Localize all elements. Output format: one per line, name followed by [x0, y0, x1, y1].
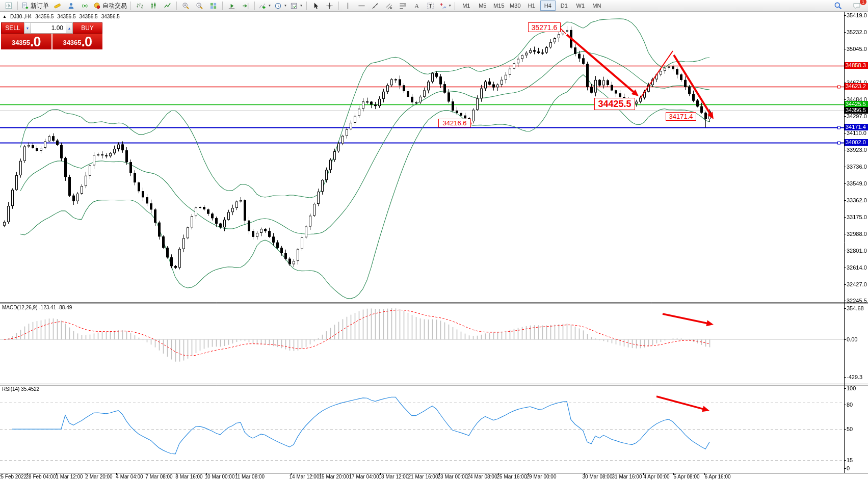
toolbar-right-group: 1: [831, 0, 866, 11]
date-axis-label: 6 Apr 16:00: [704, 474, 730, 479]
quote-low: 34356.5: [79, 14, 97, 19]
timeframe-button-M5[interactable]: M5: [475, 1, 490, 11]
text-label-button[interactable]: T: [424, 0, 437, 11]
price-axis-tick: 32614.0: [847, 264, 867, 271]
price-axis-tick: 33175.0: [847, 214, 867, 220]
horizontal-line-button[interactable]: [355, 0, 369, 11]
date-axis-label: 14 Mar 12:00: [290, 474, 320, 479]
profile-icon[interactable]: [64, 0, 78, 11]
price-axis-tick: 35232.0: [847, 29, 867, 35]
buy-button[interactable]: BUY: [73, 22, 102, 34]
price-line-label-34171.4: 34171.4: [845, 124, 868, 130]
macd-axis-tick: 354.68: [847, 305, 864, 311]
date-axis-label: 15 Mar 20:00: [319, 474, 349, 479]
date-axis-label: 24 Mar 08:00: [467, 474, 497, 479]
price-axis-tick: 34297.0: [847, 113, 867, 119]
date-axis-label: 31 Mar 16:00: [612, 474, 642, 479]
dropdown-caret-icon: ▼: [268, 4, 271, 7]
date-axis-label: 8 Mar 16:00: [175, 474, 202, 479]
svg-text:T: T: [429, 3, 432, 9]
date-axis-label: 7 Mar 08:00: [145, 474, 172, 479]
bar-chart-button[interactable]: [133, 0, 147, 11]
date-axis-label: 4 Apr 00:00: [643, 474, 669, 479]
price-chart-canvas[interactable]: [0, 0, 868, 480]
rsi-indicator-label: RSI(14) 35.4522: [2, 386, 39, 392]
divider: [338, 2, 339, 10]
buy-price-display[interactable]: 34365 .0: [52, 34, 103, 49]
arrows-button[interactable]: ▼: [437, 0, 453, 11]
sell-price-display[interactable]: 34355 .0: [1, 34, 51, 49]
date-axis-label: 17 Mar 04:00: [349, 474, 379, 479]
cursor-button[interactable]: [309, 0, 323, 11]
trendline-button[interactable]: [369, 0, 382, 11]
crosshair-button[interactable]: [323, 0, 336, 11]
rsi-axis-tick: 15: [847, 457, 853, 463]
line-chart-button[interactable]: [161, 0, 174, 11]
rsi-axis-tick: 50: [847, 426, 853, 432]
price-line-label-34858.3: 34858.3: [845, 62, 868, 69]
zoom-in-button[interactable]: [179, 0, 193, 11]
macd-axis-tick: -429.3: [847, 374, 862, 380]
new-order-label: 新订单: [31, 2, 49, 10]
crayon-icon[interactable]: [50, 0, 64, 11]
text-button[interactable]: A: [410, 0, 424, 11]
candlestick-chart-button[interactable]: [147, 0, 161, 11]
signals-icon[interactable]: [78, 0, 92, 11]
quote-close: 34356.5: [101, 14, 120, 19]
timeframe-button-H4[interactable]: H4: [540, 1, 556, 11]
sell-button[interactable]: SELL: [1, 22, 24, 34]
sell-price-main: 34355: [12, 37, 30, 49]
autoscroll-button[interactable]: [225, 0, 239, 11]
price-axis-tick: 33549.0: [847, 180, 867, 186]
volume-increase-button[interactable]: ▲: [66, 22, 73, 34]
one-click-trading-panel: SELL ▼ ▲ BUY 34355 .0 34365 .0: [1, 22, 102, 49]
dropdown-caret-icon: ▼: [449, 4, 452, 7]
periods-button[interactable]: ▼: [273, 0, 288, 11]
price-axis-tick: 32427.0: [847, 281, 867, 287]
quote-line: ▲ DJ30-,H4 34356.5 34356.5 34356.5 34356…: [3, 14, 120, 19]
vertical-line-button[interactable]: [341, 0, 355, 11]
date-axis-label: 2 Mar 20:00: [85, 474, 112, 479]
chart-window-icon[interactable]: [2, 0, 15, 11]
divider: [306, 2, 307, 10]
new-order-button[interactable]: 新订单: [20, 0, 50, 11]
date-axis-label: 11 Mar 08:00: [235, 474, 265, 479]
svg-text:E: E: [390, 6, 392, 9]
annotation-price-label-34425.5[interactable]: 34425.5: [594, 98, 635, 110]
price-axis-tick: 32245.5: [847, 298, 867, 304]
timeframe-button-M15[interactable]: M15: [491, 1, 507, 11]
timeframe-button-M1[interactable]: M1: [459, 1, 474, 11]
annotation-price-label-35271.6[interactable]: 35271.6: [528, 22, 561, 32]
dropdown-caret-icon: ▼: [300, 4, 303, 7]
templates-button[interactable]: ▼: [288, 0, 304, 11]
annotation-price-label-34216.6[interactable]: 34216.6: [438, 119, 471, 127]
autotrading-button[interactable]: 自动交易: [92, 0, 128, 11]
price-line-label-34002.0: 34002.0: [845, 139, 868, 146]
date-axis-label: 21 Mar 16:00: [408, 474, 438, 479]
annotation-price-label-34171.4[interactable]: 34171.4: [666, 112, 696, 121]
chart-shift-button[interactable]: [239, 0, 252, 11]
macd-indicator-label: MACD(12,26,9) -123.41 -88.49: [2, 305, 72, 310]
price-line-label-34356.5: 34356.5: [845, 107, 868, 114]
search-icon[interactable]: [831, 0, 845, 11]
indicators-button[interactable]: ▼: [257, 0, 273, 11]
timeframe-button-D1[interactable]: D1: [557, 1, 572, 11]
autotrading-label: 自动交易: [102, 2, 127, 10]
collapse-panel-toggle-icon[interactable]: ▲: [3, 15, 7, 19]
volume-input[interactable]: [31, 22, 66, 34]
timeframe-button-MN[interactable]: MN: [589, 1, 604, 11]
main-toolbar: 新订单 自动交易 ▼ ▼: [0, 0, 868, 12]
timeframe-button-H1[interactable]: H1: [524, 1, 539, 11]
date-axis-label: 5 Apr 08:00: [673, 474, 699, 479]
tile-windows-button[interactable]: [206, 0, 220, 11]
price-axis-tick: 33923.0: [847, 147, 867, 153]
volume-decrease-button[interactable]: ▼: [24, 22, 31, 34]
notifications-chat-icon[interactable]: 1: [850, 0, 863, 11]
fibonacci-button[interactable]: F: [396, 0, 410, 11]
date-axis-label: 30 Mar 08:00: [583, 474, 613, 479]
zoom-out-button[interactable]: [193, 0, 206, 11]
equidistant-channel-button[interactable]: E: [382, 0, 396, 11]
timeframe-button-M30[interactable]: M30: [508, 1, 523, 11]
price-axis-tick: 33736.0: [847, 164, 867, 170]
timeframe-button-W1[interactable]: W1: [573, 1, 588, 11]
